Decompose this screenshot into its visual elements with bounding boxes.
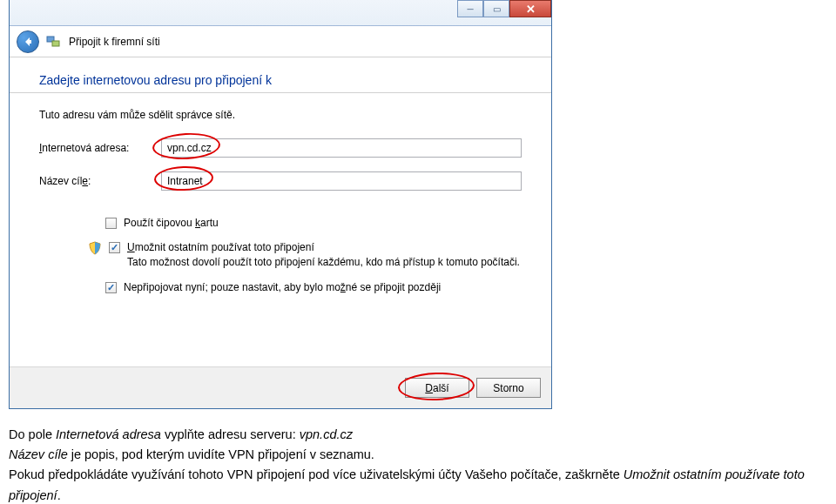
checkbox-section: Použít čipovou kartu Umožnit ostatním po… bbox=[39, 217, 522, 293]
back-button[interactable] bbox=[17, 30, 39, 53]
row-destination-name: Název cíle: bbox=[39, 171, 522, 191]
header-title: Připojit k firemní síti bbox=[69, 36, 160, 48]
next-button[interactable]: Další bbox=[405, 378, 469, 398]
row-allow-others: Umožnit ostatním používat toto připojení… bbox=[39, 241, 522, 269]
wizard-window: ─ ▭ ✕ Připojit k firemní síti Zadejte in… bbox=[9, 0, 552, 409]
smartcard-label: Použít čipovou kartu bbox=[124, 217, 522, 229]
instruction-text: Do pole Internetová adresa vyplňte adres… bbox=[9, 425, 810, 504]
close-button[interactable]: ✕ bbox=[509, 0, 551, 17]
allow-others-checkbox[interactable] bbox=[109, 242, 120, 253]
instruction-line-2: Název cíle je popis, pod kterým uvidíte … bbox=[9, 445, 810, 465]
network-icon bbox=[46, 34, 62, 50]
window-controls: ─ ▭ ✕ bbox=[457, 0, 551, 17]
footer: Další Storno bbox=[10, 366, 551, 408]
smartcard-checkbox[interactable] bbox=[105, 218, 117, 229]
hint-text: Tuto adresu vám může sdělit správce sítě… bbox=[39, 109, 522, 121]
header-bar: Připojit k firemní síti bbox=[10, 26, 551, 57]
svg-rect-1 bbox=[52, 41, 59, 46]
next-button-wrap: Další bbox=[405, 378, 469, 398]
shield-icon bbox=[88, 241, 102, 255]
maximize-button[interactable]: ▭ bbox=[483, 0, 509, 17]
cancel-button[interactable]: Storno bbox=[476, 378, 541, 398]
connect-later-label: Nepřipojovat nyní; pouze nastavit, aby b… bbox=[124, 281, 522, 293]
divider bbox=[10, 92, 551, 93]
arrow-left-icon bbox=[22, 36, 34, 48]
row-smartcard: Použít čipovou kartu bbox=[39, 217, 522, 229]
input-wrap-dest bbox=[161, 171, 522, 191]
label-destination-name: Název cíle: bbox=[39, 175, 161, 187]
row-connect-later: Nepřipojovat nyní; pouze nastavit, aby b… bbox=[39, 281, 522, 293]
connect-later-checkbox[interactable] bbox=[105, 282, 117, 293]
row-internet-address: Internetová adresa: bbox=[39, 138, 522, 158]
destination-name-input[interactable] bbox=[161, 171, 522, 191]
content-area: Zadejte internetovou adresu pro připojen… bbox=[10, 57, 551, 316]
instruction-line-1: Do pole Internetová adresa vyplňte adres… bbox=[9, 425, 810, 445]
minimize-button[interactable]: ─ bbox=[457, 0, 483, 17]
page-heading: Zadejte internetovou adresu pro připojen… bbox=[39, 73, 522, 87]
label-internet-address: Internetová adresa: bbox=[39, 142, 161, 154]
allow-others-label: Umožnit ostatním používat toto připojení bbox=[127, 241, 522, 253]
titlebar: ─ ▭ ✕ bbox=[10, 0, 551, 26]
allow-others-desc: Tato možnost dovolí použít toto připojen… bbox=[127, 255, 522, 269]
internet-address-input[interactable] bbox=[161, 138, 522, 158]
instruction-line-3: Pokud předpokládáte využívání tohoto VPN… bbox=[9, 465, 810, 504]
input-wrap-address bbox=[161, 138, 522, 158]
